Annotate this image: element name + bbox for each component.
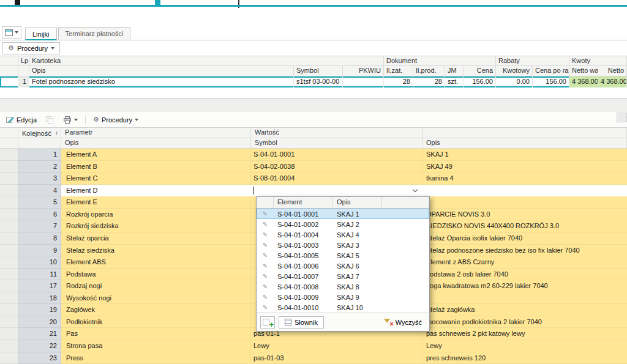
column-parametr[interactable]: Parametr [61, 128, 251, 138]
cell-parametr: Podłokietnik [61, 316, 251, 329]
table-row[interactable]: 22 Strona pasa Lewy Lewy [0, 340, 627, 352]
column-jm[interactable]: JM [445, 66, 464, 76]
tab-linijki[interactable]: Linijki [25, 28, 57, 40]
popup-item-opis: SKAJ 2 [333, 221, 429, 228]
pencil-icon: ✎ [257, 262, 274, 269]
column-kwotowy[interactable]: Kwotowy [496, 66, 533, 76]
row-selector[interactable] [0, 196, 18, 209]
cell-opis [422, 292, 627, 305]
table-row[interactable]: 3 Element C S-08-01-0004 tkanina 4 [0, 173, 627, 185]
popup-list-item[interactable]: ✎ S-04-01-0002 SKAJ 2 [257, 219, 429, 229]
row-selector[interactable] [0, 316, 18, 329]
row-selector[interactable] [0, 328, 18, 340]
column-opis-sub[interactable]: Opis [61, 138, 251, 148]
printer-icon [63, 116, 72, 124]
popup-list-item[interactable]: ✎ S-04-01-0010 SKAJ 10 [257, 302, 429, 313]
popup-item-symbol: S-04-01-0010 [274, 304, 333, 311]
cell-kolejnosc: 11 [18, 269, 61, 281]
popup-list-item[interactable]: ✎ S-04-01-0007 SKAJ 7 [257, 271, 429, 281]
popup-column-opis[interactable]: Opis [333, 197, 382, 208]
row-selector[interactable] [0, 352, 18, 364]
row-selector[interactable] [0, 232, 18, 245]
popup-list-item[interactable]: ✎ S-04-01-0008 SKAJ 8 [257, 281, 429, 292]
select-all-header[interactable] [0, 128, 18, 138]
column-lp[interactable]: Lp [18, 56, 29, 65]
row-selector[interactable] [0, 304, 18, 316]
add-element-button[interactable]: + [260, 316, 275, 329]
dictionary-button[interactable]: Słownik [279, 316, 324, 329]
row-selector[interactable] [0, 76, 18, 87]
popup-list-item[interactable]: ✎ S-04-01-0006 SKAJ 6 [257, 261, 429, 271]
row-selector[interactable] [0, 209, 18, 221]
select-all-header[interactable] [0, 56, 18, 65]
row-selector[interactable] [0, 340, 18, 352]
dictionary-icon [285, 319, 291, 325]
combobox-chevron-down-icon[interactable] [413, 187, 418, 191]
popup-item-opis: SKAJ 1 [333, 210, 429, 218]
cell-opis: mocowanie podłokietnika 2 lakier 7040 [422, 316, 627, 329]
column-pkwiu[interactable]: PKWIU [343, 66, 384, 76]
cell-opis: SKAJ 49 [422, 161, 627, 173]
edit-button[interactable]: Edycja [2, 114, 40, 126]
column-wartosc[interactable]: Wartość [251, 128, 422, 138]
column-cena-po-rab[interactable]: Cena po rab [533, 66, 569, 76]
print-button[interactable] [59, 114, 81, 126]
popup-list-item[interactable]: ✎ S-04-01-0004 SKAJ 4 [257, 229, 429, 240]
popup-list-item[interactable]: ✎ S-04-01-0005 SKAJ 5 [257, 250, 429, 261]
column-opis2-sub[interactable]: Opis [422, 138, 627, 148]
row-selector[interactable] [0, 292, 18, 305]
row-selector[interactable] [0, 280, 18, 292]
procedures-button[interactable]: ⚙ Procedury [2, 42, 60, 54]
popup-list-item[interactable]: ✎ S-04-01-0001 SKAJ 1 [257, 209, 429, 219]
clear-filter-button[interactable]: × Wyczyść [380, 316, 426, 329]
top-pane-divider [238, 0, 239, 8]
row-selector[interactable] [0, 269, 18, 281]
column-kolejnosc[interactable]: Kolejność ↑ [18, 128, 61, 138]
popup-column-element[interactable]: Element [274, 197, 333, 208]
clear-filter-icon: × [384, 318, 393, 326]
cell-kolejnosc: 21 [18, 328, 61, 340]
column-netto-wal[interactable]: Netto wal. [569, 66, 598, 76]
column-symbol[interactable]: Symbol [294, 66, 343, 76]
document-line-row[interactable]: 1 Fotel podnoszone siedzisko s1tsf 03-00… [0, 76, 627, 87]
procedures-button-lower[interactable]: ⚙ Procedury [89, 114, 142, 126]
cell-symbol: S-08-01-0004 [251, 173, 422, 185]
cell-opis: Fotel podnoszone siedzisko [29, 76, 294, 87]
tab-terminarz-platnosci[interactable]: Terminarz płatności [58, 27, 131, 40]
pencil-icon: ✎ [257, 221, 274, 228]
column-il-prod[interactable]: Il.prod. [413, 66, 445, 76]
table-row[interactable]: 2 Element B S-04-02-0038 SKAJ 49 [0, 161, 627, 173]
table-row-editing[interactable]: 4 Element D [0, 185, 627, 197]
pane-splitter[interactable] [0, 98, 627, 112]
column-blank [422, 128, 627, 138]
copy-button[interactable] [42, 114, 58, 126]
table-row[interactable]: 1 Element A S-04-01-0001 SKAJ 1 [0, 149, 627, 161]
row-selector[interactable] [0, 245, 18, 257]
row-selector[interactable] [0, 149, 18, 161]
column-cena[interactable]: Cena [464, 66, 496, 76]
element-lookup-popup: Element Opis ✎ S-04-01-0001 SKAJ 1 ✎ S-0… [256, 196, 430, 332]
popup-list-item[interactable]: ✎ S-04-01-0003 SKAJ 3 [257, 240, 429, 250]
value-combobox[interactable] [251, 185, 422, 197]
table-row[interactable]: 23 Press pas-01-03 pres schneweis 120 [0, 352, 627, 364]
column-symbol-sub[interactable]: Symbol [251, 138, 422, 148]
column-opis[interactable]: Opis [29, 66, 294, 76]
popup-item-symbol: S-04-01-0002 [274, 221, 333, 228]
cell-symbol: s1tsf 03-00-00 [294, 76, 343, 87]
popup-item-opis: SKAJ 8 [333, 283, 429, 291]
pencil-icon: ✎ [257, 304, 274, 311]
row-selector[interactable] [0, 161, 18, 173]
cell-parametr: Wysokość nogi [61, 292, 251, 305]
popup-list-item[interactable]: ✎ S-04-01-0009 SKAJ 9 [257, 292, 429, 302]
copy-icon [46, 116, 54, 124]
column-il-zat[interactable]: Il.zat. [384, 66, 413, 76]
scrollbar-corner [617, 113, 627, 122]
row-selector[interactable] [0, 220, 18, 232]
view-selector-button[interactable] [2, 26, 21, 39]
row-selector[interactable] [0, 173, 18, 185]
column-netto[interactable]: Netto [598, 66, 627, 76]
top-pane-teal-fragment [155, 0, 160, 5]
popup-footer: + Słownik × Wyczyść [257, 313, 429, 331]
row-selector[interactable] [0, 256, 18, 269]
row-selector[interactable] [0, 185, 18, 197]
